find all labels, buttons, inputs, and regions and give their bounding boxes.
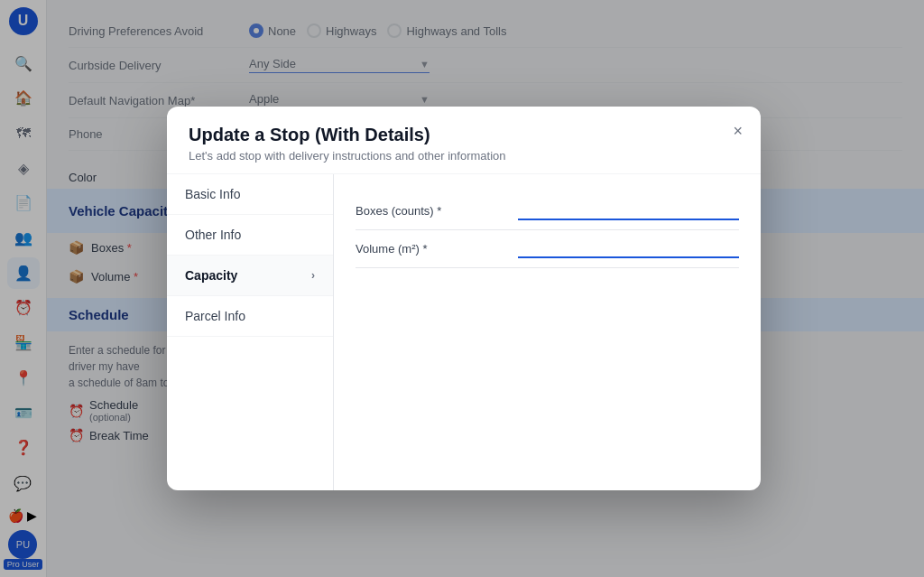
boxes-count-input[interactable] [518, 201, 739, 220]
modal-header: Update a Stop (With Details) Let's add s… [167, 107, 761, 174]
modal-tabs: Basic Info Other Info Capacity › Parcel … [167, 174, 334, 490]
modal-title: Update a Stop (With Details) [189, 125, 739, 145]
volume-m2-field-row: Volume (m²) * [356, 230, 739, 268]
modal-subtitle: Let's add stop with delivery instruction… [189, 149, 739, 163]
modal-capacity-content: Boxes (counts) * Volume (m²) * [334, 174, 761, 490]
tab-capacity-arrow-icon: › [311, 269, 315, 282]
modal-close-button[interactable]: × [733, 123, 743, 139]
modal-body: Basic Info Other Info Capacity › Parcel … [167, 174, 761, 490]
tab-capacity[interactable]: Capacity › [167, 256, 333, 296]
update-stop-modal: Update a Stop (With Details) Let's add s… [167, 107, 761, 490]
tab-other-info[interactable]: Other Info [167, 215, 333, 256]
boxes-count-label: Boxes (counts) * [356, 204, 518, 218]
boxes-count-field-row: Boxes (counts) * [356, 192, 739, 230]
tab-basic-info[interactable]: Basic Info [167, 174, 333, 215]
tab-parcel-info[interactable]: Parcel Info [167, 296, 333, 337]
volume-m2-input[interactable] [518, 239, 739, 258]
volume-m2-label: Volume (m²) * [356, 242, 518, 256]
